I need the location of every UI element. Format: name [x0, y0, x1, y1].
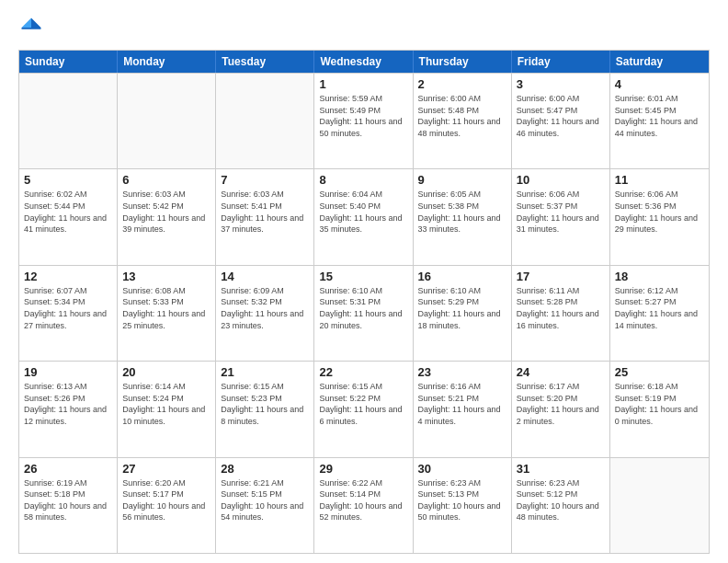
- svg-marker-1: [22, 18, 32, 29]
- day-cell-29: 29Sunrise: 6:22 AM Sunset: 5:14 PM Dayli…: [314, 458, 413, 553]
- calendar-body: 1Sunrise: 5:59 AM Sunset: 5:49 PM Daylig…: [19, 73, 709, 553]
- day-info: Sunrise: 6:16 AM Sunset: 5:21 PM Dayligh…: [418, 381, 506, 427]
- day-number: 18: [615, 270, 704, 283]
- day-info: Sunrise: 6:20 AM Sunset: 5:17 PM Dayligh…: [122, 477, 210, 523]
- day-info: Sunrise: 6:12 AM Sunset: 5:27 PM Dayligh…: [615, 285, 704, 331]
- day-number: 8: [319, 173, 407, 187]
- day-cell-9: 9Sunrise: 6:05 AM Sunset: 5:38 PM Daylig…: [414, 169, 512, 264]
- day-number: 14: [221, 270, 309, 283]
- day-info: Sunrise: 6:15 AM Sunset: 5:22 PM Dayligh…: [319, 381, 407, 427]
- day-info: Sunrise: 6:07 AM Sunset: 5:34 PM Dayligh…: [24, 285, 112, 331]
- day-info: Sunrise: 6:17 AM Sunset: 5:20 PM Dayligh…: [517, 381, 605, 427]
- header: [18, 15, 710, 40]
- day-info: Sunrise: 6:00 AM Sunset: 5:47 PM Dayligh…: [517, 93, 605, 139]
- day-cell-27: 27Sunrise: 6:20 AM Sunset: 5:17 PM Dayli…: [118, 458, 216, 553]
- day-cell-18: 18Sunrise: 6:12 AM Sunset: 5:27 PM Dayli…: [610, 266, 709, 361]
- day-number: 26: [24, 462, 112, 476]
- empty-cell: [19, 74, 118, 168]
- day-number: 19: [24, 365, 112, 379]
- day-number: 17: [517, 270, 605, 283]
- day-info: Sunrise: 6:08 AM Sunset: 5:33 PM Dayligh…: [122, 285, 210, 331]
- day-cell-13: 13Sunrise: 6:08 AM Sunset: 5:33 PM Dayli…: [118, 266, 216, 361]
- day-cell-22: 22Sunrise: 6:15 AM Sunset: 5:22 PM Dayli…: [314, 362, 413, 456]
- day-number: 3: [517, 77, 605, 91]
- day-cell-25: 25Sunrise: 6:18 AM Sunset: 5:19 PM Dayli…: [610, 362, 709, 456]
- day-number: 10: [517, 173, 605, 187]
- day-cell-16: 16Sunrise: 6:10 AM Sunset: 5:29 PM Dayli…: [414, 266, 512, 361]
- day-info: Sunrise: 6:11 AM Sunset: 5:28 PM Dayligh…: [517, 285, 605, 331]
- weekday-header-friday: Friday: [512, 51, 610, 73]
- calendar-week-1: 1Sunrise: 5:59 AM Sunset: 5:49 PM Daylig…: [19, 73, 709, 168]
- calendar-header-row: SundayMondayTuesdayWednesdayThursdayFrid…: [19, 51, 709, 73]
- day-cell-21: 21Sunrise: 6:15 AM Sunset: 5:23 PM Dayli…: [216, 362, 314, 456]
- weekday-header-wednesday: Wednesday: [314, 51, 413, 73]
- day-number: 29: [319, 462, 407, 476]
- weekday-header-sunday: Sunday: [19, 51, 118, 73]
- day-number: 21: [221, 365, 309, 379]
- day-cell-20: 20Sunrise: 6:14 AM Sunset: 5:24 PM Dayli…: [118, 362, 216, 456]
- day-info: Sunrise: 6:21 AM Sunset: 5:15 PM Dayligh…: [221, 477, 309, 523]
- day-cell-3: 3Sunrise: 6:00 AM Sunset: 5:47 PM Daylig…: [512, 74, 610, 168]
- empty-cell: [216, 74, 314, 168]
- day-info: Sunrise: 6:23 AM Sunset: 5:13 PM Dayligh…: [418, 477, 506, 523]
- day-info: Sunrise: 6:06 AM Sunset: 5:36 PM Dayligh…: [615, 189, 704, 235]
- day-cell-17: 17Sunrise: 6:11 AM Sunset: 5:28 PM Dayli…: [512, 266, 610, 361]
- day-info: Sunrise: 6:13 AM Sunset: 5:26 PM Dayligh…: [24, 381, 112, 427]
- day-number: 12: [24, 270, 112, 283]
- day-cell-1: 1Sunrise: 5:59 AM Sunset: 5:49 PM Daylig…: [314, 74, 413, 168]
- day-info: Sunrise: 6:14 AM Sunset: 5:24 PM Dayligh…: [122, 381, 210, 427]
- day-info: Sunrise: 6:02 AM Sunset: 5:44 PM Dayligh…: [24, 189, 112, 235]
- day-number: 23: [418, 365, 506, 379]
- day-number: 7: [221, 173, 309, 187]
- day-cell-14: 14Sunrise: 6:09 AM Sunset: 5:32 PM Dayli…: [216, 266, 314, 361]
- day-number: 13: [122, 270, 210, 283]
- weekday-header-saturday: Saturday: [610, 51, 709, 73]
- day-info: Sunrise: 6:01 AM Sunset: 5:45 PM Dayligh…: [615, 93, 704, 139]
- svg-marker-0: [31, 18, 41, 29]
- day-cell-19: 19Sunrise: 6:13 AM Sunset: 5:26 PM Dayli…: [19, 362, 118, 456]
- day-number: 24: [517, 365, 605, 379]
- day-number: 30: [418, 462, 506, 476]
- day-info: Sunrise: 6:09 AM Sunset: 5:32 PM Dayligh…: [221, 285, 309, 331]
- day-info: Sunrise: 6:05 AM Sunset: 5:38 PM Dayligh…: [418, 189, 506, 235]
- day-cell-5: 5Sunrise: 6:02 AM Sunset: 5:44 PM Daylig…: [19, 169, 118, 264]
- day-number: 11: [615, 173, 704, 187]
- weekday-header-thursday: Thursday: [414, 51, 512, 73]
- day-number: 1: [319, 77, 407, 91]
- svg-rect-2: [22, 28, 41, 29]
- calendar-week-3: 12Sunrise: 6:07 AM Sunset: 5:34 PM Dayli…: [19, 265, 709, 361]
- day-info: Sunrise: 6:23 AM Sunset: 5:12 PM Dayligh…: [517, 477, 605, 523]
- day-info: Sunrise: 5:59 AM Sunset: 5:49 PM Dayligh…: [319, 93, 407, 139]
- day-cell-11: 11Sunrise: 6:06 AM Sunset: 5:36 PM Dayli…: [610, 169, 709, 264]
- day-cell-30: 30Sunrise: 6:23 AM Sunset: 5:13 PM Dayli…: [414, 458, 512, 553]
- day-number: 25: [615, 365, 704, 379]
- day-info: Sunrise: 6:18 AM Sunset: 5:19 PM Dayligh…: [615, 381, 704, 427]
- day-number: 31: [517, 462, 605, 476]
- day-cell-6: 6Sunrise: 6:03 AM Sunset: 5:42 PM Daylig…: [118, 169, 216, 264]
- day-info: Sunrise: 6:15 AM Sunset: 5:23 PM Dayligh…: [221, 381, 309, 427]
- calendar-week-2: 5Sunrise: 6:02 AM Sunset: 5:44 PM Daylig…: [19, 168, 709, 264]
- day-number: 28: [221, 462, 309, 476]
- day-cell-2: 2Sunrise: 6:00 AM Sunset: 5:48 PM Daylig…: [414, 74, 512, 168]
- day-info: Sunrise: 6:03 AM Sunset: 5:42 PM Dayligh…: [122, 189, 210, 235]
- day-info: Sunrise: 6:22 AM Sunset: 5:14 PM Dayligh…: [319, 477, 407, 523]
- day-cell-23: 23Sunrise: 6:16 AM Sunset: 5:21 PM Dayli…: [414, 362, 512, 456]
- calendar-week-5: 26Sunrise: 6:19 AM Sunset: 5:18 PM Dayli…: [19, 457, 709, 553]
- day-number: 2: [418, 77, 506, 91]
- day-number: 5: [24, 173, 112, 187]
- day-number: 15: [319, 270, 407, 283]
- day-cell-28: 28Sunrise: 6:21 AM Sunset: 5:15 PM Dayli…: [216, 458, 314, 553]
- day-info: Sunrise: 6:10 AM Sunset: 5:29 PM Dayligh…: [418, 285, 506, 331]
- day-cell-8: 8Sunrise: 6:04 AM Sunset: 5:40 PM Daylig…: [314, 169, 413, 264]
- logo-icon: [18, 15, 44, 40]
- day-cell-15: 15Sunrise: 6:10 AM Sunset: 5:31 PM Dayli…: [314, 266, 413, 361]
- day-info: Sunrise: 6:04 AM Sunset: 5:40 PM Dayligh…: [319, 189, 407, 235]
- day-number: 6: [122, 173, 210, 187]
- day-cell-24: 24Sunrise: 6:17 AM Sunset: 5:20 PM Dayli…: [512, 362, 610, 456]
- empty-cell: [610, 458, 709, 553]
- day-number: 9: [418, 173, 506, 187]
- calendar-week-4: 19Sunrise: 6:13 AM Sunset: 5:26 PM Dayli…: [19, 361, 709, 456]
- day-info: Sunrise: 6:00 AM Sunset: 5:48 PM Dayligh…: [418, 93, 506, 139]
- day-cell-26: 26Sunrise: 6:19 AM Sunset: 5:18 PM Dayli…: [19, 458, 118, 553]
- day-info: Sunrise: 6:10 AM Sunset: 5:31 PM Dayligh…: [319, 285, 407, 331]
